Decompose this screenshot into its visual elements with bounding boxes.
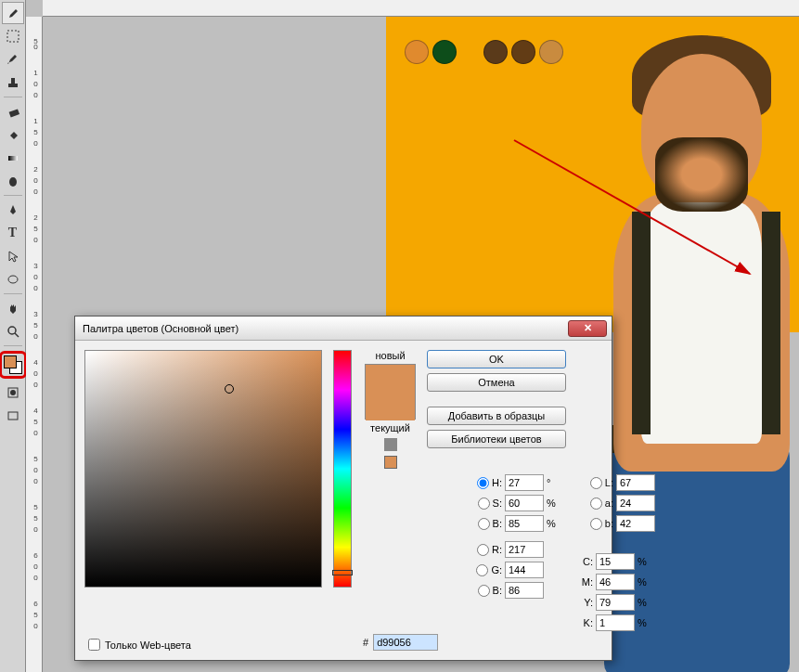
webonly-label: Только Web-цвета xyxy=(105,640,191,651)
g-radio[interactable] xyxy=(476,564,488,576)
r-radio-label[interactable]: R: xyxy=(463,544,502,556)
s-radio-label[interactable]: S: xyxy=(463,498,502,510)
svg-rect-11 xyxy=(8,412,18,420)
zoom-tool[interactable] xyxy=(2,320,24,342)
separator xyxy=(4,195,22,196)
a-input[interactable] xyxy=(616,495,655,511)
foreground-color-swatch[interactable] xyxy=(4,355,17,368)
m-label: M: xyxy=(576,576,593,588)
fg-bg-color[interactable] xyxy=(4,355,22,374)
blur-tool[interactable] xyxy=(2,170,24,192)
svg-rect-4 xyxy=(8,156,18,161)
add-swatch-button[interactable]: Добавить в образцы xyxy=(427,407,566,425)
ruler-vertical: 501 0 01 5 02 0 02 5 03 0 03 5 04 0 04 5… xyxy=(26,17,43,672)
svg-line-8 xyxy=(15,333,19,337)
brush-tool[interactable] xyxy=(2,48,24,71)
svg-point-10 xyxy=(10,390,16,395)
eyedropper-tool[interactable] xyxy=(2,2,24,24)
hand-tool[interactable] xyxy=(2,297,24,319)
cancel-button[interactable]: Отмена xyxy=(427,373,566,392)
k-input[interactable] xyxy=(596,614,635,631)
c-label: C: xyxy=(576,556,593,567)
y-label: Y: xyxy=(576,597,593,608)
b-rgb-radio-label[interactable]: B: xyxy=(463,585,502,597)
b-lab-radio[interactable] xyxy=(590,518,602,530)
l-input[interactable] xyxy=(616,474,655,491)
ruler-horizontal xyxy=(43,0,799,17)
b-rgb-radio[interactable] xyxy=(478,585,490,597)
websafe-swatch-icon[interactable] xyxy=(384,456,397,469)
h-input[interactable] xyxy=(505,474,544,491)
gamut-warning-icon[interactable] xyxy=(384,438,397,451)
hex-input[interactable] xyxy=(373,634,438,651)
hue-slider[interactable] xyxy=(333,350,352,588)
stamp-tool[interactable] xyxy=(2,71,24,94)
hex-label: # xyxy=(363,637,368,648)
svg-point-7 xyxy=(8,327,16,334)
screenmode-tool[interactable] xyxy=(2,405,24,427)
color-picker-highlight xyxy=(0,351,27,379)
new-color-label: новый xyxy=(375,350,405,361)
color-preview xyxy=(365,364,416,420)
eraser-tool[interactable] xyxy=(2,100,24,123)
color-swatch-3 xyxy=(483,40,508,64)
h-radio[interactable] xyxy=(477,477,489,489)
b-rgb-input[interactable] xyxy=(505,582,544,599)
healing-tool[interactable] xyxy=(2,123,24,146)
b-hsb-radio[interactable] xyxy=(478,518,490,530)
a-radio-label[interactable]: a: xyxy=(576,498,613,510)
color-swatch-1 xyxy=(405,40,429,64)
current-color-label: текущий xyxy=(370,422,410,433)
separator xyxy=(4,97,22,97)
s-radio[interactable] xyxy=(478,498,490,510)
marquee-tool[interactable] xyxy=(2,25,24,47)
r-input[interactable] xyxy=(505,541,544,558)
g-input[interactable] xyxy=(505,562,544,578)
separator xyxy=(4,345,22,346)
gradient-tool[interactable] xyxy=(2,147,24,169)
dialog-titlebar[interactable]: Палитра цветов (Основной цвет) ✕ xyxy=(75,317,612,341)
color-swatch-4 xyxy=(511,40,535,64)
r-radio[interactable] xyxy=(477,544,489,556)
l-radio-label[interactable]: L: xyxy=(576,477,613,489)
webonly-checkbox[interactable] xyxy=(88,639,100,651)
color-field-marker[interactable] xyxy=(225,384,234,394)
svg-point-5 xyxy=(9,177,17,187)
type-tool[interactable]: T xyxy=(2,222,24,244)
s-input[interactable] xyxy=(505,495,544,511)
color-swatch-2 xyxy=(432,40,457,64)
current-color-preview xyxy=(366,393,415,420)
svg-rect-2 xyxy=(8,84,18,87)
new-color-preview xyxy=(366,365,415,393)
pen-tool[interactable] xyxy=(2,199,24,221)
path-select-tool[interactable] xyxy=(2,245,24,267)
svg-rect-1 xyxy=(11,78,15,84)
dialog-title: Палитра цветов (Основной цвет) xyxy=(83,323,238,334)
separator xyxy=(4,293,22,294)
a-radio[interactable] xyxy=(590,498,602,510)
quickmask-tool[interactable] xyxy=(2,381,24,404)
ok-button[interactable]: OK xyxy=(427,350,566,368)
hue-slider-marker[interactable] xyxy=(332,570,353,575)
c-input[interactable] xyxy=(596,553,635,570)
b-hsb-input[interactable] xyxy=(505,515,544,532)
svg-rect-3 xyxy=(8,109,19,117)
color-field[interactable] xyxy=(84,350,322,588)
b-radio-label[interactable]: B: xyxy=(463,518,502,530)
svg-rect-0 xyxy=(7,31,19,42)
k-label: K: xyxy=(576,617,593,628)
color-swatch-5 xyxy=(539,40,563,64)
m-input[interactable] xyxy=(596,574,635,590)
shape-tool[interactable] xyxy=(2,268,24,291)
y-input[interactable] xyxy=(596,594,635,611)
h-radio-label[interactable]: H: xyxy=(463,477,502,489)
g-radio-label[interactable]: G: xyxy=(463,564,502,576)
b-lab-input[interactable] xyxy=(616,515,655,532)
svg-point-6 xyxy=(8,276,18,283)
color-libraries-button[interactable]: Библиотеки цветов xyxy=(427,430,566,448)
tool-palette: T xyxy=(0,0,26,672)
color-picker-dialog: Палитра цветов (Основной цвет) ✕ новый т… xyxy=(74,316,612,661)
l-radio[interactable] xyxy=(590,477,602,489)
b-lab-radio-label[interactable]: b: xyxy=(576,518,613,530)
close-button[interactable]: ✕ xyxy=(568,320,607,337)
